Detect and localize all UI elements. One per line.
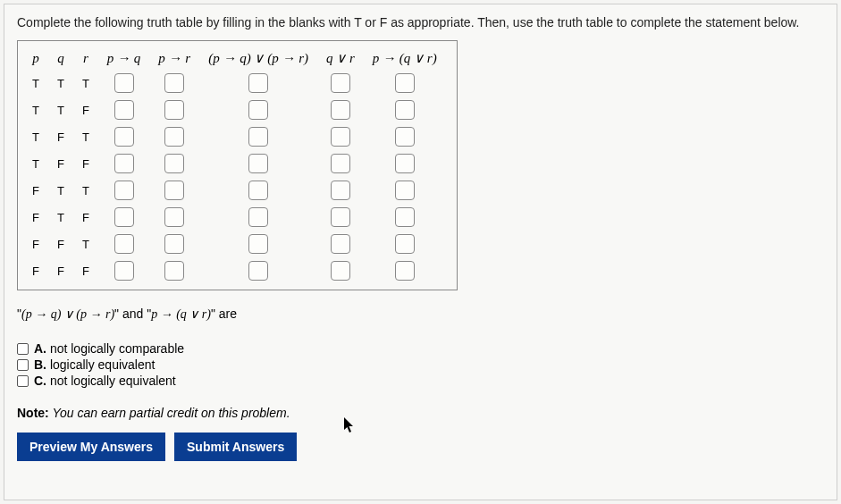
cell-p: T xyxy=(23,70,48,97)
cell-r: F xyxy=(73,204,98,231)
cell-p: T xyxy=(23,123,48,150)
option-c-label: C. not logically equivalent xyxy=(34,374,176,388)
cell-p: F xyxy=(23,257,48,284)
input-pr-3[interactable] xyxy=(164,154,184,173)
input-disj-3[interactable] xyxy=(248,154,268,173)
table-row: F F T xyxy=(23,231,446,257)
cell-r: T xyxy=(73,231,98,257)
input-pq-7[interactable] xyxy=(114,261,134,281)
option-b-label: B. logically equivalent xyxy=(34,357,155,372)
input-pq-3[interactable] xyxy=(114,154,134,173)
input-qvr-0[interactable] xyxy=(331,73,350,93)
cell-q: F xyxy=(48,257,73,284)
instruction-text: Complete the following truth table by fi… xyxy=(17,15,824,29)
input-pqvr-3[interactable] xyxy=(395,154,415,173)
table-row: T F T xyxy=(23,123,446,150)
close-text: " are xyxy=(211,307,237,321)
input-pr-0[interactable] xyxy=(164,73,184,93)
header-disjunction: (p → q) ∨ (p → r) xyxy=(199,46,317,70)
cell-r: T xyxy=(73,123,98,150)
input-disj-4[interactable] xyxy=(248,181,268,200)
cell-q: F xyxy=(48,123,73,150)
note-text: Note: You can earn partial credit on thi… xyxy=(17,406,824,420)
input-disj-2[interactable] xyxy=(248,127,268,147)
table-row: T T T xyxy=(23,70,446,97)
input-disj-7[interactable] xyxy=(248,261,268,281)
cell-q: T xyxy=(48,70,73,97)
table-row: F T T xyxy=(23,177,446,204)
input-disj-1[interactable] xyxy=(248,100,268,120)
note-prefix: Note: xyxy=(17,406,49,420)
header-q: q xyxy=(48,46,73,70)
input-qvr-2[interactable] xyxy=(331,127,350,147)
input-disj-6[interactable] xyxy=(248,234,268,254)
cell-r: T xyxy=(73,177,98,204)
preview-button[interactable]: Preview My Answers xyxy=(17,433,165,461)
input-qvr-1[interactable] xyxy=(331,100,350,120)
input-disj-0[interactable] xyxy=(248,73,268,93)
submit-button[interactable]: Submit Answers xyxy=(174,433,297,461)
button-row: Preview My Answers Submit Answers xyxy=(17,433,824,461)
expr2: p → (q ∨ r) xyxy=(151,307,211,321)
cell-q: T xyxy=(48,177,73,204)
cell-r: F xyxy=(73,150,98,177)
input-pq-4[interactable] xyxy=(114,181,134,200)
input-pq-6[interactable] xyxy=(114,234,134,254)
cell-p: F xyxy=(23,204,48,231)
input-disj-5[interactable] xyxy=(248,207,268,227)
input-pr-2[interactable] xyxy=(164,127,184,147)
input-pq-0[interactable] xyxy=(114,73,134,93)
input-qvr-4[interactable] xyxy=(331,181,350,200)
header-p-implies-q: p → q xyxy=(98,46,150,70)
input-qvr-3[interactable] xyxy=(331,154,350,173)
input-pq-5[interactable] xyxy=(114,207,134,227)
input-pr-6[interactable] xyxy=(164,234,184,254)
header-p-implies-qvr: p → (q ∨ r) xyxy=(364,46,446,70)
cell-q: F xyxy=(48,150,73,177)
input-pqvr-7[interactable] xyxy=(395,261,415,281)
cell-q: T xyxy=(48,204,73,231)
input-pq-1[interactable] xyxy=(114,100,134,120)
statement-text: "(p → q) ∨ (p → r)" and "p → (q ∨ r)" ar… xyxy=(17,307,824,322)
options-group: A. not logically comparable B. logically… xyxy=(17,341,824,388)
input-pqvr-0[interactable] xyxy=(395,73,415,93)
cell-r: T xyxy=(73,70,98,97)
header-p-implies-r: p → r xyxy=(149,46,199,70)
option-a-label: A. not logically comparable xyxy=(34,341,184,356)
option-b[interactable]: B. logically equivalent xyxy=(17,357,824,372)
mid-text: " and " xyxy=(114,307,151,321)
input-pqvr-4[interactable] xyxy=(395,181,415,200)
problem-container: Complete the following truth table by fi… xyxy=(4,4,837,500)
input-qvr-7[interactable] xyxy=(331,261,350,281)
input-pqvr-1[interactable] xyxy=(395,100,415,120)
expr1: (p → q) ∨ (p → r) xyxy=(21,307,114,321)
input-pr-5[interactable] xyxy=(164,207,184,227)
input-pq-2[interactable] xyxy=(114,127,134,147)
option-c[interactable]: C. not logically equivalent xyxy=(17,374,824,388)
note-body: You can earn partial credit on this prob… xyxy=(49,406,290,420)
cell-r: F xyxy=(73,257,98,284)
table-row: F F F xyxy=(23,257,446,284)
checkbox-c[interactable] xyxy=(17,375,29,387)
header-p: p xyxy=(23,46,48,70)
input-pr-4[interactable] xyxy=(164,181,184,200)
checkbox-a[interactable] xyxy=(17,343,29,355)
checkbox-b[interactable] xyxy=(17,359,29,371)
input-pqvr-6[interactable] xyxy=(395,234,415,254)
cell-q: T xyxy=(48,97,73,123)
cell-r: F xyxy=(73,97,98,123)
input-qvr-5[interactable] xyxy=(331,207,350,227)
cell-p: T xyxy=(23,150,48,177)
input-pqvr-5[interactable] xyxy=(395,207,415,227)
header-q-or-r: q ∨ r xyxy=(317,46,364,70)
option-a[interactable]: A. not logically comparable xyxy=(17,341,824,356)
cell-p: T xyxy=(23,97,48,123)
cell-q: F xyxy=(48,231,73,257)
cell-p: F xyxy=(23,231,48,257)
input-pr-1[interactable] xyxy=(164,100,184,120)
input-qvr-6[interactable] xyxy=(331,234,350,254)
cell-p: F xyxy=(23,177,48,204)
input-pqvr-2[interactable] xyxy=(395,127,415,147)
table-row: F T F xyxy=(23,204,446,231)
input-pr-7[interactable] xyxy=(164,261,184,281)
